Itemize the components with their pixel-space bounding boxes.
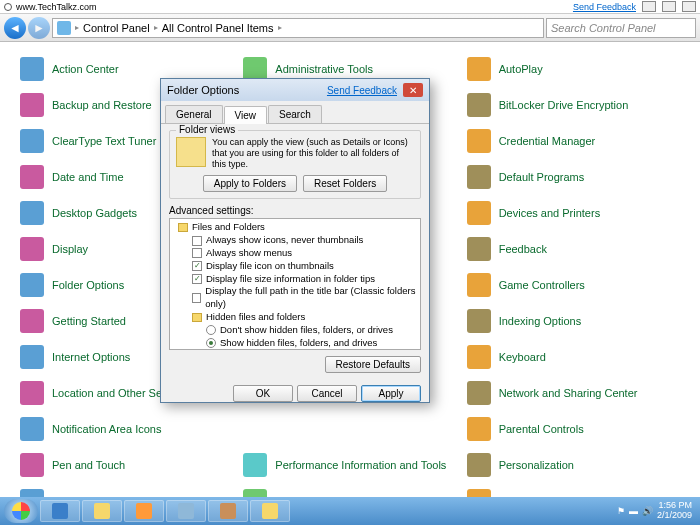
- folder-icon[interactable]: [178, 223, 188, 232]
- cp-item-label: Feedback: [499, 243, 547, 255]
- checkbox[interactable]: ✓: [192, 274, 202, 284]
- cp-item[interactable]: Credential Manager: [467, 126, 680, 156]
- advanced-settings-tree[interactable]: Files and FoldersAlways show icons, neve…: [169, 218, 421, 350]
- radio[interactable]: [206, 338, 216, 348]
- cp-item-label: Pen and Touch: [52, 459, 125, 471]
- tray-flag-icon[interactable]: ⚑: [617, 506, 625, 516]
- cp-item-icon: [467, 93, 491, 117]
- cp-item-label: Devices and Printers: [499, 207, 601, 219]
- tree-row[interactable]: ✓Hide empty drives in the Computer folde…: [172, 350, 418, 351]
- restore-icon[interactable]: [642, 1, 656, 12]
- tab-view[interactable]: View: [224, 106, 268, 124]
- cp-item[interactable]: Default Programs: [467, 162, 680, 192]
- cp-item[interactable]: BitLocker Drive Encryption: [467, 90, 680, 120]
- advanced-settings-label: Advanced settings:: [169, 205, 421, 216]
- cp-item[interactable]: Game Controllers: [467, 270, 680, 300]
- tree-label: Display file icon on thumbnails: [206, 260, 334, 273]
- clock[interactable]: 1:56 PM 2/1/2009: [657, 501, 696, 521]
- folder-views-text: You can apply the view (such as Details …: [212, 137, 414, 169]
- menu-icon[interactable]: [682, 1, 696, 12]
- taskbar-ie[interactable]: [40, 500, 80, 522]
- crumb-all-items[interactable]: All Control Panel Items: [162, 22, 274, 34]
- tray-volume-icon[interactable]: 🔊: [642, 506, 653, 516]
- cp-item-icon: [20, 417, 44, 441]
- cp-item[interactable]: Phone and Modem Options: [20, 486, 233, 497]
- cp-item[interactable]: Devices and Printers: [467, 198, 680, 228]
- folder-icon[interactable]: [192, 313, 202, 322]
- tab-search[interactable]: Search: [268, 105, 322, 123]
- cp-item[interactable]: Power Options: [243, 486, 456, 497]
- cp-item[interactable]: Parental Controls: [467, 414, 680, 444]
- taskbar-app1[interactable]: [166, 500, 206, 522]
- ie-icon: [52, 503, 68, 519]
- checkbox[interactable]: [192, 236, 202, 246]
- ok-button[interactable]: OK: [233, 385, 293, 402]
- dialog-titlebar[interactable]: Folder Options Send Feedback ✕: [161, 79, 429, 101]
- cp-item[interactable]: Pen and Touch: [20, 450, 233, 480]
- taskbar-media[interactable]: [124, 500, 164, 522]
- tree-row[interactable]: Display the full path in the title bar (…: [172, 285, 418, 311]
- cp-item[interactable]: Personalization: [467, 450, 680, 480]
- cp-item-icon: [20, 237, 44, 261]
- tree-row[interactable]: Files and Folders: [172, 221, 418, 234]
- tree-row[interactable]: ✓Display file size information in folder…: [172, 273, 418, 286]
- cp-item[interactable]: Programs and Features: [467, 486, 680, 497]
- restore-defaults-button[interactable]: Restore Defaults: [325, 356, 421, 373]
- tree-row[interactable]: Hidden files and folders: [172, 311, 418, 324]
- app-icon: [220, 503, 236, 519]
- apply-button[interactable]: Apply: [361, 385, 421, 402]
- forward-button[interactable]: ►: [28, 17, 50, 39]
- tree-row[interactable]: Show hidden files, folders, and drives: [172, 337, 418, 350]
- cp-item-label: Indexing Options: [499, 315, 582, 327]
- system-tray[interactable]: ⚑ ▬ 🔊 1:56 PM 2/1/2009: [617, 501, 696, 521]
- tree-row[interactable]: Always show menus: [172, 247, 418, 260]
- cp-item[interactable]: Network and Sharing Center: [467, 378, 680, 408]
- folder-icon: [94, 503, 110, 519]
- cp-item[interactable]: Keyboard: [467, 342, 680, 372]
- app-icon: [178, 503, 194, 519]
- cp-item-icon: [20, 201, 44, 225]
- cp-item-label: Parental Controls: [499, 423, 584, 435]
- cp-item[interactable]: Notification Area Icons: [20, 414, 233, 444]
- crumb-control-panel[interactable]: Control Panel: [83, 22, 150, 34]
- cp-item-label: Keyboard: [499, 351, 546, 363]
- close-button[interactable]: ✕: [403, 83, 423, 97]
- taskbar-explorer[interactable]: [82, 500, 122, 522]
- tray-network-icon[interactable]: ▬: [629, 506, 638, 516]
- start-button[interactable]: [4, 499, 38, 523]
- cp-item-label: AutoPlay: [499, 63, 543, 75]
- cp-item-icon: [20, 489, 44, 497]
- cp-item[interactable]: Feedback: [467, 234, 680, 264]
- tree-row[interactable]: ✓Display file icon on thumbnails: [172, 260, 418, 273]
- cancel-button[interactable]: Cancel: [297, 385, 357, 402]
- cp-item-icon: [467, 201, 491, 225]
- dialog-body: Folder views You can apply the view (suc…: [161, 124, 429, 379]
- page-icon[interactable]: [662, 1, 676, 12]
- checkbox[interactable]: [192, 248, 202, 258]
- radio[interactable]: [206, 325, 216, 335]
- cp-item[interactable]: Indexing Options: [467, 306, 680, 336]
- tree-row[interactable]: Always show icons, never thumbnails: [172, 234, 418, 247]
- cp-item-icon: [467, 129, 491, 153]
- cp-item-label: Performance Information and Tools: [275, 459, 446, 471]
- cp-item[interactable]: AutoPlay: [467, 54, 680, 84]
- breadcrumb[interactable]: ▸ Control Panel ▸ All Control Panel Item…: [52, 18, 544, 38]
- dialog-feedback-link[interactable]: Send Feedback: [327, 85, 397, 96]
- back-button[interactable]: ◄: [4, 17, 26, 39]
- apply-to-folders-button[interactable]: Apply to Folders: [203, 175, 297, 192]
- cp-item-icon: [20, 129, 44, 153]
- tree-row[interactable]: Don't show hidden files, folders, or dri…: [172, 324, 418, 337]
- cp-item[interactable]: Performance Information and Tools: [243, 450, 456, 480]
- tree-label: Don't show hidden files, folders, or dri…: [220, 324, 393, 337]
- cp-item-icon: [467, 309, 491, 333]
- dialog-title: Folder Options: [167, 84, 239, 96]
- taskbar[interactable]: ⚑ ▬ 🔊 1:56 PM 2/1/2009: [0, 497, 700, 525]
- checkbox[interactable]: ✓: [192, 261, 202, 271]
- tab-general[interactable]: General: [165, 105, 223, 123]
- send-feedback-link[interactable]: Send Feedback: [573, 2, 636, 12]
- taskbar-app3[interactable]: [250, 500, 290, 522]
- taskbar-app2[interactable]: [208, 500, 248, 522]
- search-input[interactable]: Search Control Panel: [546, 18, 696, 38]
- reset-folders-button[interactable]: Reset Folders: [303, 175, 387, 192]
- checkbox[interactable]: [192, 293, 201, 303]
